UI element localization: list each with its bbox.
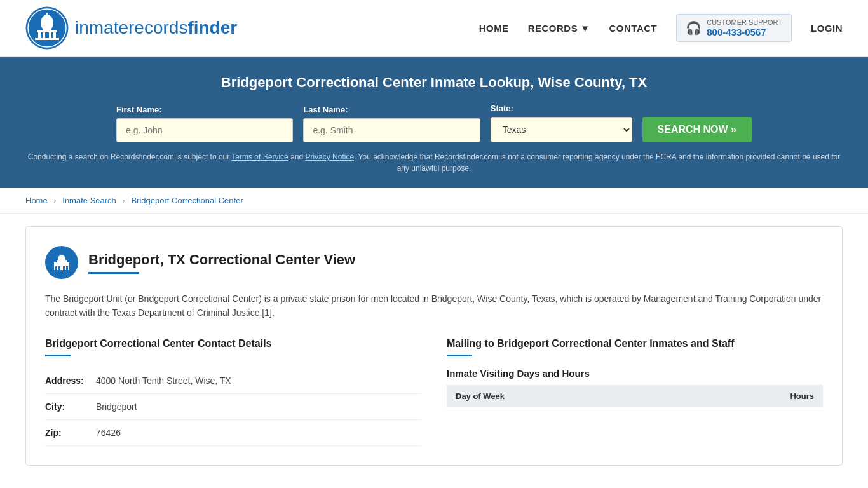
first-name-group: First Name: xyxy=(116,105,293,142)
svg-rect-8 xyxy=(53,32,56,38)
customer-support[interactable]: 🎧 CUSTOMER SUPPORT 800-433-0567 xyxy=(676,14,792,42)
logo-text: inmaterecordsfinder xyxy=(75,18,237,38)
chevron-down-icon: ▼ xyxy=(580,23,590,34)
main-nav: HOME RECORDS ▼ CONTACT 🎧 CUSTOMER SUPPOR… xyxy=(479,14,843,42)
table-header-row: Day of Week Hours xyxy=(447,385,823,407)
privacy-link[interactable]: Privacy Notice xyxy=(305,152,354,161)
facility-header: Bridgeport, TX Correctional Center View xyxy=(45,246,823,279)
address-value: 4000 North Tenth Street, Wise, TX xyxy=(96,376,231,386)
svg-rect-9 xyxy=(35,38,59,40)
contact-divider xyxy=(45,355,71,356)
mailing-column: Mailing to Bridgeport Correctional Cente… xyxy=(447,338,823,446)
support-label: CUSTOMER SUPPORT xyxy=(707,18,782,27)
mailing-section-title: Mailing to Bridgeport Correctional Cente… xyxy=(447,338,823,349)
zip-value: 76426 xyxy=(96,428,121,438)
last-name-input[interactable] xyxy=(303,118,480,142)
logo-icon xyxy=(25,6,69,50)
contact-column: Bridgeport Correctional Center Contact D… xyxy=(45,338,421,446)
svg-rect-17 xyxy=(63,266,65,270)
visiting-table: Day of Week Hours xyxy=(447,385,823,407)
first-name-label: First Name: xyxy=(116,105,293,114)
contact-row-city: City: Bridgeport xyxy=(45,394,421,420)
svg-rect-18 xyxy=(66,266,68,270)
search-button[interactable]: SEARCH NOW » xyxy=(642,117,752,142)
contact-section-title: Bridgeport Correctional Center Contact D… xyxy=(45,338,421,349)
facility-icon xyxy=(45,246,78,279)
state-select[interactable]: Texas Alabama Alaska California Florida … xyxy=(491,117,632,142)
mailing-divider xyxy=(447,355,472,356)
svg-rect-16 xyxy=(58,266,60,270)
main-content: Bridgeport, TX Correctional Center View … xyxy=(0,214,868,478)
svg-rect-10 xyxy=(46,13,48,18)
hours-column-header: Hours xyxy=(679,385,823,407)
last-name-group: Last Name: xyxy=(303,105,480,142)
search-banner: Bridgeport Correctional Center Inmate Lo… xyxy=(0,57,868,188)
nav-home[interactable]: HOME xyxy=(479,23,509,34)
breadcrumb-home[interactable]: Home xyxy=(25,196,48,205)
breadcrumb-inmate-search[interactable]: Inmate Search xyxy=(62,196,116,205)
svg-rect-5 xyxy=(38,32,41,38)
state-group: State: Texas Alabama Alaska California F… xyxy=(491,104,632,142)
tos-link[interactable]: Terms of Service xyxy=(231,152,288,161)
breadcrumb-current: Bridgeport Correctional Center xyxy=(131,196,243,205)
facility-title: Bridgeport, TX Correctional Center View xyxy=(88,252,355,268)
building-icon xyxy=(53,254,71,271)
first-name-input[interactable] xyxy=(116,118,293,142)
address-label: Address: xyxy=(45,376,90,386)
nav-login[interactable]: LOGIN xyxy=(811,23,843,34)
nav-records[interactable]: RECORDS ▼ xyxy=(528,23,590,34)
support-number: 800-433-0567 xyxy=(707,27,782,37)
facility-title-block: Bridgeport, TX Correctional Center View xyxy=(88,252,355,274)
contact-row-address: Address: 4000 North Tenth Street, Wise, … xyxy=(45,368,421,394)
page-title: Bridgeport Correctional Center Inmate Lo… xyxy=(25,74,843,91)
visiting-title: Inmate Visiting Days and Hours xyxy=(447,368,823,379)
nav-contact[interactable]: CONTACT xyxy=(609,23,658,34)
city-value: Bridgeport xyxy=(96,402,137,412)
svg-rect-3 xyxy=(43,23,51,32)
state-label: State: xyxy=(491,104,632,113)
svg-rect-15 xyxy=(55,266,57,270)
breadcrumb-separator-1: › xyxy=(53,196,56,205)
zip-label: Zip: xyxy=(45,428,90,438)
svg-rect-14 xyxy=(60,255,62,258)
breadcrumb-separator-2: › xyxy=(122,196,125,205)
disclaimer-text: Conducting a search on Recordsfinder.com… xyxy=(25,151,843,174)
content-card: Bridgeport, TX Correctional Center View … xyxy=(25,226,843,466)
svg-rect-6 xyxy=(43,32,45,38)
title-underline xyxy=(88,272,139,274)
site-header: inmaterecordsfinder HOME RECORDS ▼ CONTA… xyxy=(0,0,868,57)
search-form: First Name: Last Name: State: Texas Alab… xyxy=(116,104,752,142)
svg-rect-7 xyxy=(49,32,51,38)
contact-row-zip: Zip: 76426 xyxy=(45,420,421,446)
last-name-label: Last Name: xyxy=(303,105,480,114)
breadcrumb: Home › Inmate Search › Bridgeport Correc… xyxy=(0,188,868,214)
two-column-layout: Bridgeport Correctional Center Contact D… xyxy=(45,338,823,446)
city-label: City: xyxy=(45,402,90,412)
logo[interactable]: inmaterecordsfinder xyxy=(25,6,237,50)
facility-description: The Bridgeport Unit (or Bridgeport Corre… xyxy=(45,292,823,320)
day-column-header: Day of Week xyxy=(447,385,679,407)
headset-icon: 🎧 xyxy=(686,20,702,36)
